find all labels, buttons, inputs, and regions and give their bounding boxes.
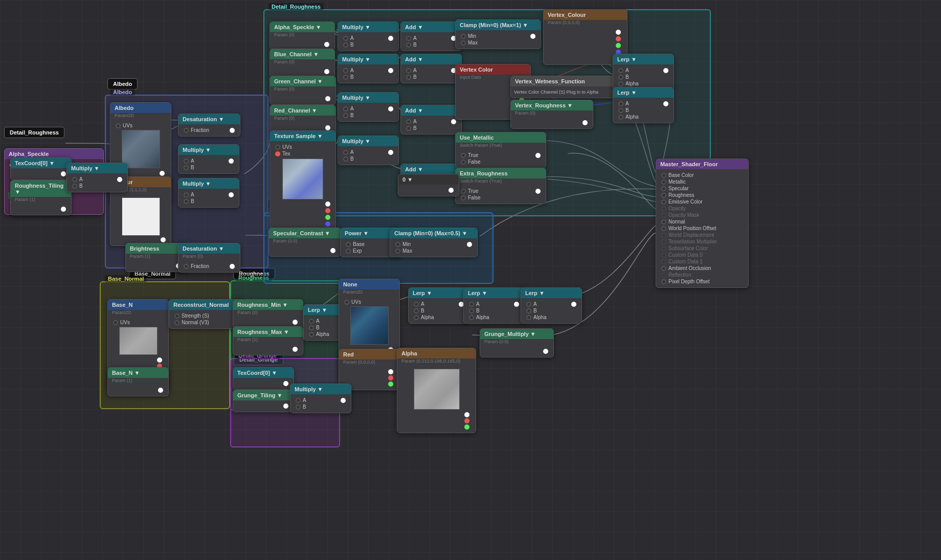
- colour-thumb: [122, 197, 160, 236]
- node-clamp-specular[interactable]: Clamp (Min=0) (Max=0.5) ▼ Min Max: [390, 228, 478, 257]
- port-out: [324, 69, 329, 74]
- node-multiply-albedo[interactable]: Multiply ▼ A B: [178, 144, 239, 174]
- node-add-1[interactable]: Add ▼ A B: [400, 21, 462, 51]
- node-blue-channel[interactable]: Blue_Channel ▼ Param (0): [270, 49, 335, 78]
- node-extra-roughness[interactable]: Extra_Roughness Switch Param (True) True…: [455, 168, 546, 204]
- group-albedo-label: Albedo: [110, 88, 135, 96]
- node-grunge-multiply[interactable]: Grunge_Multiply ▼ Param (0.5): [480, 328, 554, 357]
- node-add-3[interactable]: Add ▼ A B: [400, 105, 462, 135]
- node-header-blue-channel: Blue_Channel ▼: [270, 49, 334, 59]
- node-multiply-1[interactable]: Multiply ▼ A B: [338, 21, 399, 51]
- node-lerp-r1[interactable]: Lerp ▼ A B Alpha: [408, 287, 469, 324]
- node-texture-sample[interactable]: Texture Sample ▼ UVs Tex: [270, 130, 336, 237]
- node-use-metallic[interactable]: Use_Metallic Switch Param (True) True Fa…: [455, 132, 546, 168]
- comment-detail-roughness: Detail_Roughness: [4, 127, 64, 138]
- node-multiply-dg[interactable]: Multiply ▼ A B: [290, 384, 351, 413]
- node-desaturation-2[interactable]: Desaturation ▼ Param (0) Fraction: [178, 243, 240, 273]
- node-roughness-min[interactable]: Roughness_Min ▼ Param (0): [233, 299, 303, 328]
- node-multiply-4[interactable]: Multiply ▼ A B: [338, 136, 399, 165]
- node-lerp-top-1[interactable]: Lerp ▼ A B Alpha: [613, 54, 674, 90]
- node-header-red-channel: Red_Channel ▼: [270, 105, 335, 116]
- group-base-normal-label: Base_Normal: [105, 275, 147, 282]
- texture-thumb-sample: [282, 159, 323, 199]
- node-header-alpha-speckle: Alpha_Speckle ▼: [270, 22, 334, 32]
- node-clamp-detail[interactable]: Clamp (Min=0) (Max=1) ▼ Min Max: [455, 19, 541, 49]
- node-vertex-roughness[interactable]: Vertex_Roughness ▼ Param (0): [510, 100, 593, 129]
- node-texcoord-dr[interactable]: TexCoord[0] ▼: [10, 158, 72, 180]
- node-alpha-speckle[interactable]: Alpha_Speckle ▼ Param (0): [270, 21, 335, 51]
- node-const-0[interactable]: 0 ▼: [398, 174, 459, 196]
- node-base-n-param[interactable]: Base_N ▼ Param (1): [107, 367, 169, 396]
- none-thumb: [350, 306, 389, 345]
- albedo-thumb: [122, 130, 160, 168]
- node-editor-canvas: Detail_Roughness Albedo Base_Normal Roug…: [0, 0, 941, 560]
- node-add-2[interactable]: Add ▼ A B: [400, 54, 462, 83]
- port-out: [325, 125, 330, 130]
- node-vertex-wetness[interactable]: Vertex_Wetness_Function Vertex Color Cha…: [510, 76, 618, 98]
- node-header-green-channel: Green_Channel ▼: [270, 76, 335, 86]
- node-lerp-r2[interactable]: Lerp ▼ A B Alpha: [463, 287, 525, 324]
- group-detail-roughness-label: Detail_Roughness: [268, 3, 324, 10]
- node-brightness[interactable]: Brightness Param (1): [125, 243, 187, 272]
- node-lerp-r3[interactable]: Lerp ▼ A B Alpha: [521, 287, 582, 324]
- port-out: [324, 42, 329, 47]
- node-green-channel[interactable]: Green_Channel ▼ Param (0): [270, 76, 336, 105]
- comment-albedo: Albedo: [107, 78, 138, 89]
- node-multiply-2[interactable]: Multiply ▼ A B: [338, 54, 399, 83]
- node-multiply-dr[interactable]: Multiply ▼ A B: [66, 163, 128, 192]
- node-texcoord-dg[interactable]: TexCoord[0] ▼: [233, 367, 294, 390]
- base-n-thumb: [119, 327, 158, 355]
- node-alpha-param[interactable]: Alpha Param (0.212,0.196,0.165,0): [397, 348, 476, 433]
- node-roughness-tiling[interactable]: Roughness_Tiling ▼ Param (1): [10, 180, 72, 215]
- node-grunge-tiling[interactable]: Grunge_Tiling ▼: [233, 390, 294, 412]
- node-roughness-max[interactable]: Roughness_Max ▼ Param (1): [233, 326, 303, 355]
- node-specular-contrast[interactable]: Specular_Contrast ▼ Param (0.5): [268, 228, 341, 257]
- node-multiply-alb2[interactable]: Multiply ▼ A B: [178, 178, 239, 208]
- node-lerp-top-2[interactable]: Lerp ▼ A B Alpha: [613, 87, 674, 123]
- node-multiply-3[interactable]: Multiply ▼ A B: [338, 92, 399, 122]
- port-out: [325, 96, 330, 101]
- alpha-thumb: [414, 369, 460, 410]
- node-desaturation-1[interactable]: Desaturation ▼ Fraction: [178, 114, 240, 137]
- node-master-shader[interactable]: Master_Shader_Floor Base Color Metallic …: [656, 159, 749, 288]
- node-red-channel[interactable]: Red_Channel ▼ Param (0): [270, 105, 336, 134]
